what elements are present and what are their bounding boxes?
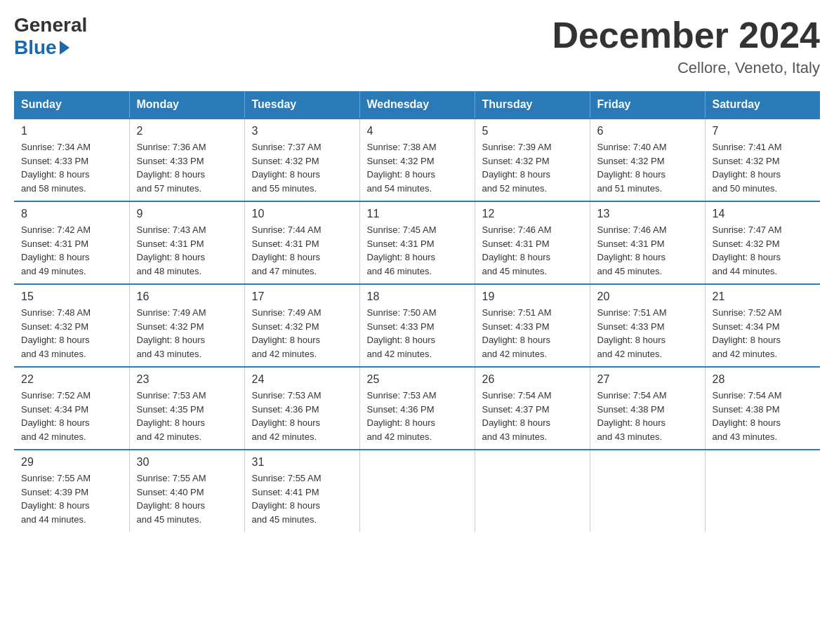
day-number: 9 bbox=[137, 208, 237, 220]
day-cell: 12Sunrise: 7:46 AMSunset: 4:31 PMDayligh… bbox=[475, 201, 590, 284]
day-number: 3 bbox=[252, 125, 352, 137]
day-cell: 11Sunrise: 7:45 AMSunset: 4:31 PMDayligh… bbox=[359, 201, 475, 284]
day-number: 4 bbox=[367, 125, 468, 137]
day-number: 6 bbox=[597, 125, 698, 137]
day-cell: 8Sunrise: 7:42 AMSunset: 4:31 PMDaylight… bbox=[14, 201, 129, 284]
logo-blue-text: Blue bbox=[14, 36, 71, 59]
day-cell: 13Sunrise: 7:46 AMSunset: 4:31 PMDayligh… bbox=[590, 201, 705, 284]
day-info: Sunrise: 7:39 AMSunset: 4:32 PMDaylight:… bbox=[482, 140, 583, 195]
day-cell: 10Sunrise: 7:44 AMSunset: 4:31 PMDayligh… bbox=[244, 201, 359, 284]
day-cell bbox=[359, 450, 475, 532]
day-cell: 23Sunrise: 7:53 AMSunset: 4:35 PMDayligh… bbox=[129, 367, 244, 450]
day-number: 31 bbox=[252, 456, 352, 469]
day-number: 27 bbox=[597, 373, 698, 386]
day-cell: 9Sunrise: 7:43 AMSunset: 4:31 PMDaylight… bbox=[129, 201, 244, 284]
day-number: 26 bbox=[482, 373, 583, 386]
day-number: 30 bbox=[137, 456, 237, 469]
header-friday: Friday bbox=[590, 91, 705, 119]
day-number: 1 bbox=[21, 125, 122, 137]
day-number: 21 bbox=[713, 290, 814, 303]
day-number: 7 bbox=[713, 125, 814, 137]
day-cell: 31Sunrise: 7:55 AMSunset: 4:41 PMDayligh… bbox=[244, 450, 359, 532]
day-cell: 22Sunrise: 7:52 AMSunset: 4:34 PMDayligh… bbox=[14, 367, 129, 450]
day-info: Sunrise: 7:45 AMSunset: 4:31 PMDaylight:… bbox=[367, 223, 468, 278]
day-cell: 25Sunrise: 7:53 AMSunset: 4:36 PMDayligh… bbox=[359, 367, 475, 450]
day-cell: 28Sunrise: 7:54 AMSunset: 4:38 PMDayligh… bbox=[705, 367, 820, 450]
day-number: 10 bbox=[252, 208, 352, 220]
day-number: 29 bbox=[21, 456, 122, 469]
day-number: 17 bbox=[252, 290, 352, 303]
day-cell: 20Sunrise: 7:51 AMSunset: 4:33 PMDayligh… bbox=[590, 284, 705, 367]
day-cell: 15Sunrise: 7:48 AMSunset: 4:32 PMDayligh… bbox=[14, 284, 129, 367]
day-info: Sunrise: 7:44 AMSunset: 4:31 PMDaylight:… bbox=[252, 223, 352, 278]
day-cell: 3Sunrise: 7:37 AMSunset: 4:32 PMDaylight… bbox=[244, 119, 359, 201]
day-cell: 2Sunrise: 7:36 AMSunset: 4:33 PMDaylight… bbox=[129, 119, 244, 201]
day-info: Sunrise: 7:40 AMSunset: 4:32 PMDaylight:… bbox=[597, 140, 698, 195]
header-thursday: Thursday bbox=[475, 91, 590, 119]
month-title: December 2024 bbox=[552, 14, 820, 56]
day-info: Sunrise: 7:42 AMSunset: 4:31 PMDaylight:… bbox=[21, 223, 122, 278]
day-cell: 4Sunrise: 7:38 AMSunset: 4:32 PMDaylight… bbox=[359, 119, 475, 201]
day-info: Sunrise: 7:49 AMSunset: 4:32 PMDaylight:… bbox=[137, 306, 237, 361]
header-monday: Monday bbox=[129, 91, 244, 119]
day-info: Sunrise: 7:41 AMSunset: 4:32 PMDaylight:… bbox=[713, 140, 814, 195]
day-info: Sunrise: 7:51 AMSunset: 4:33 PMDaylight:… bbox=[482, 306, 583, 361]
day-number: 12 bbox=[482, 208, 583, 220]
day-info: Sunrise: 7:48 AMSunset: 4:32 PMDaylight:… bbox=[21, 306, 122, 361]
day-number: 22 bbox=[21, 373, 122, 386]
day-cell: 19Sunrise: 7:51 AMSunset: 4:33 PMDayligh… bbox=[475, 284, 590, 367]
day-number: 28 bbox=[713, 373, 814, 386]
header-saturday: Saturday bbox=[705, 91, 820, 119]
day-info: Sunrise: 7:54 AMSunset: 4:38 PMDaylight:… bbox=[597, 389, 698, 443]
day-number: 24 bbox=[252, 373, 352, 386]
logo: General Blue bbox=[14, 14, 87, 59]
day-info: Sunrise: 7:52 AMSunset: 4:34 PMDaylight:… bbox=[713, 306, 814, 361]
header-sunday: Sunday bbox=[14, 91, 129, 119]
day-cell: 17Sunrise: 7:49 AMSunset: 4:32 PMDayligh… bbox=[244, 284, 359, 367]
day-number: 16 bbox=[137, 290, 237, 303]
day-info: Sunrise: 7:36 AMSunset: 4:33 PMDaylight:… bbox=[137, 140, 237, 195]
day-cell: 5Sunrise: 7:39 AMSunset: 4:32 PMDaylight… bbox=[475, 119, 590, 201]
day-number: 2 bbox=[137, 125, 237, 137]
title-block: December 2024 Cellore, Veneto, Italy bbox=[552, 14, 820, 77]
calendar-header-row: SundayMondayTuesdayWednesdayThursdayFrid… bbox=[14, 91, 820, 119]
calendar-table: SundayMondayTuesdayWednesdayThursdayFrid… bbox=[14, 91, 820, 532]
day-number: 23 bbox=[137, 373, 237, 386]
day-info: Sunrise: 7:50 AMSunset: 4:33 PMDaylight:… bbox=[367, 306, 468, 361]
day-info: Sunrise: 7:51 AMSunset: 4:33 PMDaylight:… bbox=[597, 306, 698, 361]
day-info: Sunrise: 7:54 AMSunset: 4:37 PMDaylight:… bbox=[482, 389, 583, 443]
day-cell: 14Sunrise: 7:47 AMSunset: 4:32 PMDayligh… bbox=[705, 201, 820, 284]
day-info: Sunrise: 7:55 AMSunset: 4:41 PMDaylight:… bbox=[252, 471, 352, 526]
day-number: 20 bbox=[597, 290, 698, 303]
day-cell: 6Sunrise: 7:40 AMSunset: 4:32 PMDaylight… bbox=[590, 119, 705, 201]
day-number: 15 bbox=[21, 290, 122, 303]
week-row-4: 22Sunrise: 7:52 AMSunset: 4:34 PMDayligh… bbox=[14, 367, 820, 450]
day-info: Sunrise: 7:46 AMSunset: 4:31 PMDaylight:… bbox=[597, 223, 698, 278]
day-cell: 30Sunrise: 7:55 AMSunset: 4:40 PMDayligh… bbox=[129, 450, 244, 532]
day-info: Sunrise: 7:52 AMSunset: 4:34 PMDaylight:… bbox=[21, 389, 122, 443]
day-cell: 7Sunrise: 7:41 AMSunset: 4:32 PMDaylight… bbox=[705, 119, 820, 201]
day-number: 5 bbox=[482, 125, 583, 137]
day-info: Sunrise: 7:38 AMSunset: 4:32 PMDaylight:… bbox=[367, 140, 468, 195]
day-cell: 1Sunrise: 7:34 AMSunset: 4:33 PMDaylight… bbox=[14, 119, 129, 201]
day-number: 8 bbox=[21, 208, 122, 220]
day-info: Sunrise: 7:53 AMSunset: 4:36 PMDaylight:… bbox=[367, 389, 468, 443]
day-info: Sunrise: 7:46 AMSunset: 4:31 PMDaylight:… bbox=[482, 223, 583, 278]
logo-general-text: General bbox=[14, 14, 87, 36]
day-number: 18 bbox=[367, 290, 468, 303]
day-info: Sunrise: 7:34 AMSunset: 4:33 PMDaylight:… bbox=[21, 140, 122, 195]
day-info: Sunrise: 7:55 AMSunset: 4:39 PMDaylight:… bbox=[21, 471, 122, 526]
day-info: Sunrise: 7:37 AMSunset: 4:32 PMDaylight:… bbox=[252, 140, 352, 195]
day-info: Sunrise: 7:54 AMSunset: 4:38 PMDaylight:… bbox=[713, 389, 814, 443]
day-cell: 18Sunrise: 7:50 AMSunset: 4:33 PMDayligh… bbox=[359, 284, 475, 367]
day-cell: 21Sunrise: 7:52 AMSunset: 4:34 PMDayligh… bbox=[705, 284, 820, 367]
day-cell: 16Sunrise: 7:49 AMSunset: 4:32 PMDayligh… bbox=[129, 284, 244, 367]
page-header: General Blue December 2024 Cellore, Vene… bbox=[14, 14, 820, 77]
header-tuesday: Tuesday bbox=[244, 91, 359, 119]
day-number: 19 bbox=[482, 290, 583, 303]
week-row-3: 15Sunrise: 7:48 AMSunset: 4:32 PMDayligh… bbox=[14, 284, 820, 367]
day-cell: 27Sunrise: 7:54 AMSunset: 4:38 PMDayligh… bbox=[590, 367, 705, 450]
day-cell bbox=[705, 450, 820, 532]
day-cell: 24Sunrise: 7:53 AMSunset: 4:36 PMDayligh… bbox=[244, 367, 359, 450]
logo-triangle-icon bbox=[60, 41, 70, 55]
